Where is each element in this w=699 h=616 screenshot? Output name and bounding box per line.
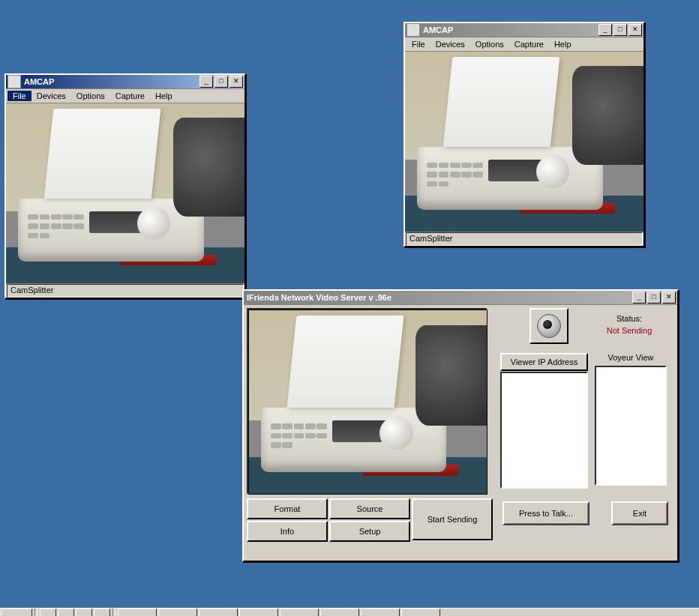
menu-devices[interactable]: Devices [430,39,470,49]
close-button[interactable]: ✕ [662,292,676,304]
task-button[interactable] [320,609,359,616]
info-button[interactable]: Info [247,521,328,542]
amcap-window-1: AMCAP _ □ ✕ File Devices Options Capture… [4,73,246,299]
task-button[interactable] [158,609,197,616]
minimize-button[interactable]: _ [632,292,646,304]
task-button[interactable] [118,609,157,616]
statusbar: CamSplitter [405,232,644,246]
taskbar[interactable] [0,608,699,616]
status-cell: CamSplitter [406,232,643,246]
exit-button[interactable]: Exit [611,501,668,525]
menubar: File Devices Options Capture Help [405,37,644,52]
ifriends-window: IFriends Network Video Server v .96e _ □… [242,289,679,562]
window-title: IFriends Network Video Server v .96e [244,293,631,302]
menu-file[interactable]: File [406,39,430,49]
menu-options[interactable]: Options [470,39,509,49]
menubar: File Devices Options Capture Help [6,89,244,103]
close-button[interactable]: ✕ [230,76,243,88]
start-sending-button[interactable]: Start Sending [412,498,493,540]
press-to-talk-button[interactable]: Press to Talk... [502,501,590,525]
quicklaunch-icon[interactable] [40,609,56,616]
status-cell: CamSplitter [7,284,244,298]
titlebar[interactable]: IFriends Network Video Server v .96e _ □… [244,291,677,305]
video-preview [6,103,244,283]
video-preview [405,52,644,232]
menu-help[interactable]: Help [150,91,178,101]
format-button[interactable]: Format [247,498,328,519]
amcap-window-2: AMCAP _ □ ✕ File Devices Options Capture… [404,22,645,247]
quicklaunch-icon[interactable] [58,609,74,616]
statusbar: CamSplitter [6,283,244,298]
menu-help[interactable]: Help [549,39,577,49]
maximize-button[interactable]: □ [647,292,661,304]
task-button[interactable] [361,609,400,616]
window-title: AMCAP [422,25,597,34]
status-label: Status: [592,314,667,323]
quicklaunch-icon[interactable] [94,609,110,616]
webcam-icon [537,314,561,338]
setup-button[interactable]: Setup [329,521,410,542]
voyeur-view-label: Voyeur View [595,350,667,365]
status-value: Not Sending [592,326,667,335]
menu-capture[interactable]: Capture [110,91,150,101]
start-button[interactable] [1,609,32,616]
voyeur-view-box [595,366,667,486]
menu-capture[interactable]: Capture [509,39,549,49]
viewer-ip-header: Viewer IP Address [500,353,588,371]
titlebar[interactable]: AMCAP _ □ ✕ [6,75,244,89]
window-body: Status: Not Sending Viewer IP Address Vo… [244,305,677,569]
close-button[interactable]: ✕ [628,24,642,36]
viewer-ip-list[interactable] [500,372,588,489]
minimize-button[interactable]: _ [200,76,213,88]
task-button[interactable] [280,609,319,616]
webcam-icon-box [530,308,568,344]
task-button[interactable] [199,609,238,616]
task-button[interactable] [401,609,440,616]
menu-options[interactable]: Options [71,91,110,101]
quicklaunch-icon[interactable] [76,609,92,616]
menu-file[interactable]: File [8,91,32,101]
minimize-button[interactable]: _ [598,24,612,36]
viewer-ip-label: Viewer IP Address [511,357,578,366]
maximize-button[interactable]: □ [614,24,627,36]
task-button[interactable] [239,609,278,616]
source-button[interactable]: Source [329,498,410,519]
maximize-button[interactable]: □ [214,76,228,88]
menu-devices[interactable]: Devices [32,91,71,101]
window-title: AMCAP [22,77,198,86]
main-video-frame [247,308,488,495]
app-icon [406,23,420,37]
app-icon [8,75,21,88]
titlebar[interactable]: AMCAP _ □ ✕ [405,23,644,37]
